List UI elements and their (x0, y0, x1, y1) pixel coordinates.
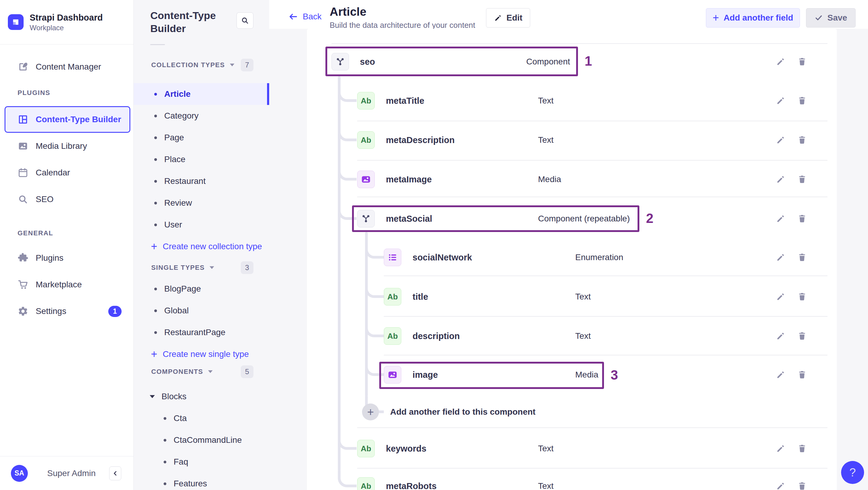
pencil-icon (776, 252, 785, 262)
builder-item-category[interactable]: Category (134, 105, 269, 127)
media-icon (357, 171, 375, 188)
collapse-sidebar-button[interactable] (109, 466, 121, 480)
edit-field-button[interactable] (774, 480, 787, 490)
sidebar-item-media-library[interactable]: Media Library (4, 133, 130, 159)
bullet-icon (154, 158, 157, 161)
save-label: Save (828, 13, 847, 23)
delete-field-button[interactable] (796, 480, 809, 490)
delete-field-button[interactable] (796, 329, 809, 343)
edit-field-button[interactable] (774, 133, 787, 147)
builder-section-header[interactable]: SINGLE TYPES3 (134, 261, 269, 274)
row-divider (332, 43, 828, 44)
save-button[interactable]: Save (806, 8, 856, 28)
text-icon: Ab (357, 440, 375, 457)
builder-section-header[interactable]: COMPONENTS5 (134, 365, 269, 378)
builder-item-global[interactable]: Global (134, 300, 269, 321)
builder-item-ctacommandline[interactable]: CtaCommandLine (134, 429, 269, 451)
field-row-metaDescription: AbmetaDescriptionText (307, 123, 837, 158)
bullet-icon (154, 288, 157, 290)
delete-field-button[interactable] (796, 55, 809, 68)
field-name: metaSocial (386, 201, 432, 236)
edit-button[interactable]: Edit (486, 8, 530, 28)
add-field-label: Add another field (723, 13, 793, 23)
builder-item-label: Faq (174, 457, 188, 467)
delete-field-button[interactable] (796, 94, 809, 108)
builder-item-restaurantpage[interactable]: RestaurantPage (134, 321, 269, 343)
edit-field-button[interactable] (774, 368, 787, 381)
edit-field-button[interactable] (774, 55, 787, 68)
builder-item-blogpage[interactable]: BlogPage (134, 278, 269, 300)
edit-field-button[interactable] (774, 212, 787, 225)
delete-field-button[interactable] (796, 251, 809, 264)
field-row-metaTitle: AbmetaTitleText (307, 83, 837, 118)
builder-item-restaurant[interactable]: Restaurant (134, 170, 269, 192)
sidebar-item-calendar[interactable]: Calendar (4, 159, 130, 186)
delete-field-button[interactable] (796, 173, 809, 186)
search-icon (241, 16, 249, 25)
field-row-description: AbdescriptionText (307, 318, 837, 354)
field-type: Text (538, 468, 554, 490)
back-arrow-icon (288, 11, 298, 22)
builder-item-faq[interactable]: Faq (134, 451, 269, 473)
create-new-collection-type-link[interactable]: +Create new collection type (134, 236, 269, 257)
avatar: SA (11, 465, 28, 482)
builder-item-cta[interactable]: Cta (134, 407, 269, 429)
create-new-single-type-link[interactable]: +Create new single type (134, 343, 269, 365)
trash-icon (797, 481, 807, 490)
builder-item-article[interactable]: Article (134, 83, 269, 105)
field-name: seo (360, 44, 375, 79)
page-title: Article (330, 5, 366, 19)
row-divider (384, 355, 828, 356)
builder-item-place[interactable]: Place (134, 149, 269, 170)
field-row-seo: seoComponent (307, 44, 837, 79)
search-button[interactable] (237, 12, 253, 29)
workspace-brand[interactable]: Strapi Dashboard Workplace (0, 0, 133, 35)
field-type: Text (538, 123, 554, 158)
annotation-number: 3 (611, 367, 618, 382)
delete-field-button[interactable] (796, 368, 809, 381)
delete-field-button[interactable] (796, 442, 809, 455)
trash-icon (797, 135, 807, 145)
sidebar-item-marketplace[interactable]: Marketplace (4, 271, 130, 298)
add-another-field-button[interactable]: + Add another field (706, 8, 800, 28)
component-group-blocks[interactable]: Blocks (134, 386, 269, 407)
builder-item-review[interactable]: Review (134, 192, 269, 214)
sidebar-item-content-manager[interactable]: Content Manager (4, 54, 130, 80)
text-icon: Ab (357, 92, 375, 110)
add-field-to-component-label: Add another field to this component (390, 394, 536, 429)
builder-item-label: CtaCommandLine (174, 435, 242, 445)
sidebar-item-settings[interactable]: Settings1 (4, 298, 130, 325)
text-icon-label: Ab (361, 96, 371, 105)
edit-field-button[interactable] (774, 442, 787, 455)
pencil-icon (776, 175, 785, 184)
builder-item-page[interactable]: Page (134, 127, 269, 149)
edit-field-button[interactable] (774, 329, 787, 343)
builder-item-label: Review (164, 198, 192, 208)
builder-item-label: Cta (174, 414, 187, 423)
edit-field-button[interactable] (774, 251, 787, 264)
annotation-number: 1 (585, 54, 592, 69)
sidebar-item-content-type-builder[interactable]: Content-Type Builder (4, 106, 130, 133)
edit-field-button[interactable] (774, 173, 787, 186)
sidebar-item-plugins[interactable]: Plugins (4, 245, 130, 271)
sidebar-item-label: Content-Type Builder (36, 115, 121, 124)
field-row-image: imageMedia (307, 357, 837, 392)
edit-field-button[interactable] (774, 290, 787, 303)
bullet-icon (154, 180, 157, 183)
delete-field-button[interactable] (796, 133, 809, 147)
builder-item-user[interactable]: User (134, 214, 269, 236)
delete-field-button[interactable] (796, 212, 809, 225)
help-button[interactable]: ? (841, 461, 864, 484)
sidebar-item-label: SEO (36, 194, 54, 204)
field-type: Text (538, 83, 554, 118)
field-name: metaDescription (386, 123, 455, 158)
add-field-plus-button[interactable]: + (362, 403, 379, 421)
builder-section-header[interactable]: COLLECTION TYPES7 (134, 58, 269, 72)
field-name: metaImage (386, 162, 432, 197)
delete-field-button[interactable] (796, 290, 809, 303)
back-link[interactable]: Back (288, 11, 321, 22)
builder-item-features[interactable]: Features (134, 473, 269, 490)
sidebar-item-seo[interactable]: SEO (4, 186, 130, 213)
edit-field-button[interactable] (774, 94, 787, 108)
content-manager-icon (18, 61, 28, 72)
